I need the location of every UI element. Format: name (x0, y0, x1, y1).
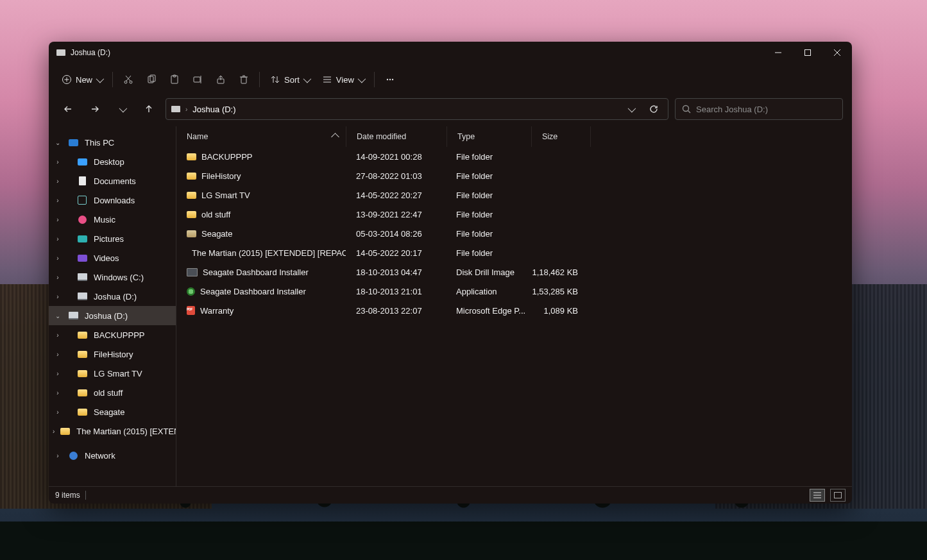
file-row[interactable]: Seagate05-03-2014 08:26File folder (176, 224, 852, 243)
file-type: Disk Drill Image (446, 267, 530, 277)
sidebar-item[interactable]: ›Downloads (49, 191, 176, 210)
sidebar-subfolder[interactable]: ›FileHistory (49, 344, 176, 364)
sidebar-label: Documents (94, 176, 136, 186)
file-size: 1,18,462 KB (530, 267, 584, 277)
share-button[interactable] (209, 68, 232, 91)
file-type: File folder (446, 248, 530, 258)
file-name-cell: Seagate Dashboard Installer (176, 267, 346, 277)
sidebar-drive-expanded[interactable]: ⌄ Joshua (D:) (49, 306, 176, 325)
delete-button[interactable] (232, 68, 255, 91)
separator (85, 491, 86, 500)
sidebar-item[interactable]: ›Music (49, 210, 176, 229)
sidebar-label: old stuff (94, 388, 123, 398)
column-name[interactable]: Name (176, 126, 346, 147)
sidebar-item[interactable]: ›Windows (C:) (49, 267, 176, 287)
sidebar-subfolder[interactable]: ›old stuff (49, 383, 176, 402)
file-list: Name Date modified Type Size BACKUPPPP14… (176, 126, 852, 486)
sidebar-network[interactable]: › Network (49, 446, 176, 465)
file-type: Microsoft Edge P... (446, 306, 530, 316)
file-row[interactable]: LG Smart TV14-05-2022 20:27File folder (176, 185, 852, 205)
refresh-button[interactable] (645, 100, 663, 118)
view-button[interactable]: View (316, 68, 370, 91)
column-type[interactable]: Type (447, 126, 532, 147)
sidebar-subfolder[interactable]: ›LG Smart TV (49, 364, 176, 383)
address-bar[interactable]: › Joshua (D:) (166, 98, 668, 120)
sidebar-item[interactable]: ›Desktop (49, 152, 176, 171)
expand-icon[interactable]: › (53, 157, 63, 167)
file-row[interactable]: BACKUPPPP14-09-2021 00:28File folder (176, 147, 852, 166)
expand-icon[interactable]: › (53, 330, 63, 340)
titlebar[interactable]: Joshua (D:) (49, 42, 852, 64)
minimize-button[interactable] (763, 42, 793, 64)
new-button[interactable]: New (55, 68, 108, 91)
expand-icon[interactable]: › (53, 214, 63, 225)
expand-icon[interactable]: › (53, 426, 55, 436)
expand-icon[interactable]: › (53, 349, 63, 359)
sidebar-label: Music (94, 215, 115, 225)
sort-button[interactable]: Sort (264, 68, 316, 91)
up-button[interactable] (139, 99, 159, 119)
file-row[interactable]: Warranty23-08-2013 22:07Microsoft Edge P… (176, 301, 852, 320)
sidebar-resizer[interactable] (175, 132, 176, 481)
expand-icon[interactable]: › (53, 195, 63, 205)
file-row[interactable]: Seagate Dashboard Installer18-10-2013 04… (176, 262, 852, 282)
file-name: Warranty (200, 306, 234, 316)
column-date[interactable]: Date modified (346, 126, 447, 147)
file-row[interactable]: The Martian (2015) [EXTENDED] [REPACK...… (176, 243, 852, 262)
file-icon (187, 306, 195, 315)
sidebar-label: Pictures (94, 234, 124, 244)
svg-rect-1 (805, 50, 811, 56)
sidebar-subfolder[interactable]: ›Seagate (49, 402, 176, 421)
sidebar-item[interactable]: ›Videos (49, 248, 176, 267)
file-name: LG Smart TV (201, 191, 250, 200)
collapse-icon[interactable]: ⌄ (53, 137, 63, 148)
expand-icon[interactable]: › (53, 272, 63, 282)
cut-button[interactable] (117, 68, 140, 91)
file-type: Application (446, 287, 530, 296)
expand-icon[interactable]: › (53, 253, 63, 263)
expand-icon[interactable]: › (53, 387, 63, 398)
search-box[interactable]: Search Joshua (D:) (675, 98, 843, 120)
expand-icon[interactable]: › (53, 176, 63, 186)
rename-button[interactable] (186, 68, 209, 91)
expand-icon[interactable]: › (53, 291, 63, 301)
thumbnails-view-button[interactable] (830, 489, 846, 502)
breadcrumb-current[interactable]: Joshua (D:) (192, 105, 235, 114)
file-icon (187, 268, 198, 276)
folder-icon (78, 351, 87, 358)
sidebar-subfolder[interactable]: ›BACKUPPPP (49, 325, 176, 344)
collapse-icon[interactable]: ⌄ (53, 310, 63, 321)
search-icon (682, 105, 691, 114)
sidebar-label: Videos (94, 253, 119, 263)
file-icon (187, 173, 196, 180)
recent-button[interactable] (112, 99, 132, 119)
details-view-button[interactable] (810, 489, 825, 502)
address-dropdown[interactable] (622, 100, 640, 118)
expand-icon[interactable]: › (53, 407, 63, 417)
sidebar-subfolder[interactable]: ›The Martian (2015) [EXTENDED] [REPACK] (49, 421, 176, 441)
file-explorer-window: Joshua (D:) New Sort View (49, 42, 852, 504)
forward-button[interactable] (85, 99, 105, 119)
sort-ascending-icon (331, 133, 339, 141)
paste-button[interactable] (163, 68, 186, 91)
folder-icon (60, 428, 70, 435)
file-icon (187, 230, 196, 237)
more-button[interactable] (378, 68, 402, 91)
expand-icon[interactable]: › (53, 368, 63, 378)
expand-icon[interactable]: › (53, 233, 63, 244)
expand-icon[interactable]: › (53, 450, 63, 461)
file-type: File folder (446, 152, 530, 162)
copy-button[interactable] (140, 68, 163, 91)
maximize-button[interactable] (793, 42, 822, 64)
back-button[interactable] (58, 99, 78, 119)
sidebar-item[interactable]: ›Documents (49, 171, 176, 191)
sidebar-item[interactable]: ›Pictures (49, 229, 176, 248)
file-row[interactable]: FileHistory27-08-2022 01:03File folder (176, 166, 852, 185)
file-row[interactable]: Seagate Dashboard Installer18-10-2013 21… (176, 282, 852, 301)
doc-icon (79, 176, 86, 185)
column-size[interactable]: Size (532, 126, 591, 147)
sidebar-this-pc[interactable]: ⌄ This PC (49, 133, 176, 152)
sidebar-item[interactable]: ›Joshua (D:) (49, 287, 176, 306)
close-button[interactable] (822, 42, 852, 64)
file-row[interactable]: old stuff13-09-2021 22:47File folder (176, 205, 852, 224)
